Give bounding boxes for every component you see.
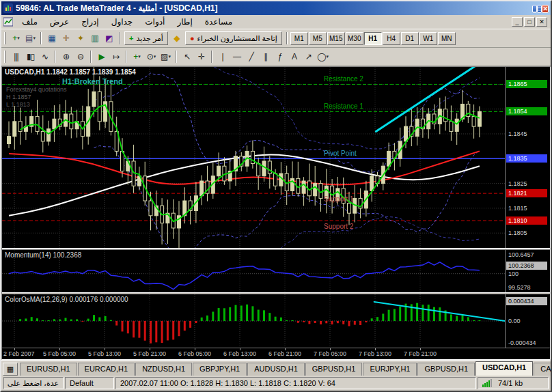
strategy-tester-icon[interactable]: ◩: [102, 31, 116, 45]
chart-window-icon: [3, 17, 13, 27]
menu-help[interactable]: مساعدة: [199, 16, 239, 28]
timeframe-m1[interactable]: M1: [290, 32, 308, 45]
toolbar-separator: [126, 51, 127, 63]
time-axis[interactable]: 2 Feb 20075 Feb 05:005 Feb 13:005 Feb 21…: [2, 348, 550, 359]
tab-nzdusd-h1[interactable]: NZDUSD,H1: [135, 363, 192, 376]
toolbar-separator: [119, 32, 120, 44]
metaeditor-icon[interactable]: ◆: [169, 31, 184, 45]
tab-eurusd-h1[interactable]: EURUSD,H1: [20, 363, 77, 376]
menu-file[interactable]: ملف: [16, 16, 44, 28]
zoom-out-icon[interactable]: ⊖: [73, 50, 87, 64]
mdi-close-button[interactable]: ✕: [536, 17, 547, 27]
time-tick-label: 5 Feb 13:00: [87, 350, 122, 357]
time-tick-label: 6 Feb 05:00: [177, 350, 212, 357]
chart-shift-icon[interactable]: ↦: [109, 50, 123, 64]
tab-cadjpy[interactable]: CADJPY: [534, 363, 551, 376]
price-tick-label: 1.1845: [508, 130, 527, 137]
shapes-icon[interactable]: ◯▾: [316, 50, 330, 64]
status-profile[interactable]: Default: [65, 377, 114, 389]
line-chart-icon[interactable]: ∿: [38, 50, 52, 64]
candlestick-chart-icon[interactable]: ▮▯: [23, 50, 38, 64]
chart-ohlc-header: USDCAD,H1 1.1842 1.1857 1.1839 1.1854: [5, 68, 136, 76]
osma-axis[interactable]: 0.0004340.00-0.000434: [505, 294, 550, 348]
timeframe-m15[interactable]: M15: [327, 32, 345, 45]
channel-icon[interactable]: ∥: [258, 50, 273, 64]
momentum-value-box: 100.2368: [506, 262, 547, 270]
navigator-icon[interactable]: ✦: [73, 31, 87, 45]
tab-gbpusd-h1[interactable]: GBPUSD,H1: [417, 363, 475, 376]
chart-bar-button[interactable]: ▦: [3, 363, 18, 376]
svg-text:Resistance 2: Resistance 2: [324, 75, 363, 83]
bar-chart-icon[interactable]: |||: [9, 50, 23, 64]
templates-icon[interactable]: ▨▾: [158, 50, 173, 64]
tab-audusd-h1[interactable]: AUDUSD,H1: [247, 363, 305, 376]
main-chart[interactable]: USDCAD,H1 1.1842 1.1857 1.1839 1.1854 H1…: [2, 67, 505, 248]
crosshair-icon[interactable]: ✛: [194, 50, 208, 64]
momentum-label: Momentum(14) 100.2368: [5, 251, 81, 259]
tab-eurcad-h1[interactable]: EURCAD,H1: [78, 363, 135, 376]
menu-window[interactable]: إطار: [171, 16, 198, 28]
standard-toolbar: +▾▤▾▦✛✦▥◩+أمر جديد◆●إتاحة المستشارون الخ…: [1, 29, 551, 48]
timeframe-w1[interactable]: W1: [419, 32, 437, 45]
title-bar[interactable]: 59846: AL Trade MetaTrader 4 - أمثلية - …: [1, 1, 551, 15]
market-watch-icon[interactable]: ▦: [44, 31, 59, 45]
toolbar-gripper: [4, 32, 6, 44]
tab-eurjpy-h1[interactable]: EURJPY,H1: [363, 363, 417, 376]
tab-usdcad-h1[interactable]: USDCAD,H1: [475, 361, 533, 376]
profiles-icon[interactable]: ▤▾: [23, 31, 38, 45]
timeframe-d1[interactable]: D1: [401, 32, 419, 45]
periods-icon[interactable]: ⊙▾: [144, 50, 158, 64]
svg-text:Resistance 1: Resistance 1: [324, 102, 363, 110]
mdi-minimize-button[interactable]: _: [512, 17, 523, 27]
osma-panel[interactable]: ColorOsMA(12,26,9) 0.000176 0.000000: [2, 294, 505, 348]
expert-advisors-button[interactable]: ●إتاحة المستشارون الخبراء: [185, 31, 282, 45]
chart-region: USDCAD,H1 1.1842 1.1857 1.1839 1.1854 H1…: [1, 66, 551, 360]
price-axis[interactable]: 1.18451.18351.18251.18151.18051.18651.18…: [505, 67, 550, 248]
price-level-box: 1.1854: [506, 107, 547, 115]
auto-scroll-icon[interactable]: ▶: [94, 50, 109, 64]
price-level-box: 1.1865: [506, 80, 547, 88]
text-icon[interactable]: A: [287, 50, 301, 64]
menu-charts[interactable]: جداول: [105, 16, 139, 28]
trendline-icon[interactable]: ╱: [244, 50, 258, 64]
menu-insert[interactable]: إدراج: [75, 16, 105, 28]
timeframe-h1[interactable]: H1: [364, 32, 382, 45]
toolbar-separator: [55, 51, 56, 63]
toolbar-separator: [90, 51, 92, 63]
new-chart-icon[interactable]: +▾: [9, 31, 23, 45]
data-window-icon[interactable]: ✛: [59, 31, 73, 45]
fibonacci-icon[interactable]: ƒ: [273, 50, 287, 64]
tab-gbpjpy-h1[interactable]: GBPJPY,H1: [193, 363, 247, 376]
arrows-icon[interactable]: ↗: [301, 50, 316, 64]
time-tick-label: 6 Feb 13:00: [222, 350, 258, 357]
minimize-button[interactable]: _: [532, 5, 537, 13]
tab-gbpusd-h1[interactable]: GBPUSD,H1: [305, 363, 363, 376]
price-tick-label: 1.1825: [508, 180, 527, 187]
price-level-box: 1.1835: [506, 154, 547, 163]
terminal-icon[interactable]: ▥: [87, 31, 102, 45]
timeframe-h4[interactable]: H4: [383, 32, 400, 45]
indicators-icon[interactable]: +▾: [130, 50, 144, 64]
horizontal-line-icon[interactable]: —: [230, 50, 244, 64]
timeframe-m30[interactable]: M30: [346, 32, 363, 45]
chart-tab-bar: ▦EURUSD,H1EURCAD,H1NZDUSD,H1GBPJPY,H1AUD…: [1, 360, 551, 376]
close-button[interactable]: ✕: [542, 5, 549, 13]
time-tick-label: 7 Feb 13:00: [357, 350, 393, 357]
timeframe-mn[interactable]: MN: [438, 32, 456, 45]
mdi-restore-button[interactable]: □: [524, 17, 535, 27]
osma-tick-label: -0.000434: [508, 339, 536, 346]
connection-signal-icon: [482, 379, 495, 387]
cursor-icon[interactable]: ↖: [180, 50, 194, 64]
menu-tools[interactable]: أدوات: [139, 16, 171, 28]
zoom-in-icon[interactable]: ⊕: [59, 50, 73, 64]
vertical-line-icon[interactable]: |: [215, 50, 230, 64]
momentum-tick-label: 99.5278: [508, 284, 531, 291]
price-tick-label: 1.1815: [508, 205, 527, 212]
time-tick-label: 7 Feb 21:00: [402, 350, 438, 357]
momentum-panel[interactable]: Momentum(14) 100.2368: [2, 250, 505, 292]
new-order-button[interactable]: +أمر جديد: [124, 31, 168, 45]
menu-view[interactable]: عرض: [44, 16, 75, 28]
momentum-axis[interactable]: 100.6457100.236810099.5278: [505, 250, 550, 292]
timeframe-m5[interactable]: M5: [309, 32, 327, 45]
status-bar: عدة، اضغط على Default 2007.02.07 11:00 O…: [1, 376, 551, 391]
